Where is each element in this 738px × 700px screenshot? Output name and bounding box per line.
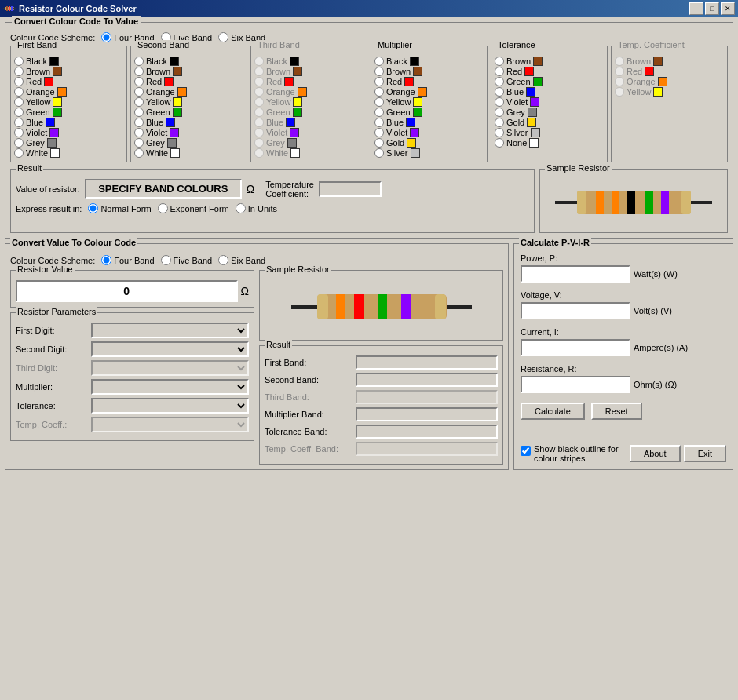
resistance-input[interactable] [521,376,630,393]
first-grey[interactable]: Grey [14,138,123,148]
bottom-four-band[interactable]: Four Band [101,255,154,265]
express-label: Express result in: [16,204,82,213]
second-blue[interactable]: Blue [134,118,243,127]
temp-coeff-display [319,181,382,197]
tol-gold[interactable]: Gold [495,118,604,127]
current-input[interactable] [521,339,630,356]
second-red[interactable]: Red [134,77,243,86]
six-band-radio[interactable] [218,32,228,42]
first-red[interactable]: Red [14,77,123,86]
second-digit-select[interactable] [91,341,249,357]
first-orange[interactable]: Orange [14,87,123,97]
second-grey[interactable]: Grey [134,138,243,148]
outline-checkbox[interactable] [521,446,531,456]
svg-rect-22 [354,294,364,319]
window-title: Resistor Colour Code Solver [19,4,137,13]
mult-blue[interactable]: Blue [374,118,484,127]
power-input[interactable] [521,265,630,283]
second-digit-label: Second Digit: [16,345,86,354]
voltage-unit: Volt(s) (V) [634,306,672,315]
bottom-four-band-radio[interactable] [101,255,111,265]
bottom-six-band[interactable]: Six Band [218,255,265,265]
first-blue[interactable]: Blue [14,118,123,127]
exit-button[interactable]: Exit [684,445,726,462]
result-display: SPECIFY BAND COLOURS [85,179,242,199]
resistor-value-input[interactable] [16,280,238,302]
omega-symbol: Ω [247,183,254,195]
svg-rect-19 [317,294,328,319]
bottom-five-band[interactable]: Five Band [161,255,213,265]
first-white[interactable]: White [14,148,123,158]
second-brown[interactable]: Brown [134,67,243,76]
current-unit: Ampere(s) (A) [634,343,688,352]
four-band-radio[interactable] [101,32,111,42]
second-black[interactable]: Black [134,57,243,66]
second-green[interactable]: Green [134,108,243,117]
svg-rect-17 [444,305,472,309]
temp-coeff-band-result-label: Temp. Coeff. Band: [265,444,351,454]
tolerance-title: Tolerance [496,40,537,49]
maximize-button[interactable]: □ [705,2,719,15]
resistance-unit: Ohm(s) (Ω) [634,380,677,389]
sample-resistor-top-group: Sample Resistor [539,169,728,233]
minimize-button[interactable]: — [689,2,703,15]
in-units-radio[interactable] [236,203,246,213]
mult-brown[interactable]: Brown [374,67,484,76]
tol-grey[interactable]: Grey [495,108,604,117]
normal-form-radio[interactable] [88,203,98,213]
in-units-option[interactable]: In Units [236,203,277,213]
close-button[interactable]: ✕ [721,2,735,15]
app-icon [3,2,16,15]
second-white[interactable]: White [134,148,243,158]
tol-blue[interactable]: Blue [495,87,604,97]
first-violet[interactable]: Violet [14,128,123,137]
tol-brown[interactable]: Brown [495,57,604,66]
tol-violet[interactable]: Violet [495,97,604,107]
mult-orange[interactable]: Orange [374,87,484,97]
first-black[interactable]: Black [14,57,123,66]
multiplier-select[interactable] [91,379,249,395]
tol-red[interactable]: Red [495,67,604,76]
voltage-input[interactable] [521,302,630,319]
tol-silver[interactable]: Silver [495,128,604,137]
resistor-display-top [546,179,721,226]
exponent-form-option[interactable]: Exponent Form [158,203,229,213]
mult-violet[interactable]: Violet [374,128,484,137]
first-green[interactable]: Green [14,108,123,117]
bottom-six-band-radio[interactable] [218,255,228,265]
tolerance-select[interactable] [91,398,249,414]
mult-silver[interactable]: Silver [374,148,484,158]
mult-yellow[interactable]: Yellow [374,97,484,107]
title-bar: Resistor Colour Code Solver — □ ✕ [0,0,738,17]
exponent-form-radio[interactable] [158,203,168,213]
resistor-omega: Ω [241,285,249,297]
pvir-group: Calculate P-V-I-R Power, P: Watt(s) (W) … [513,243,733,470]
first-brown[interactable]: Brown [14,67,123,76]
second-orange[interactable]: Orange [134,87,243,97]
reset-button[interactable]: Reset [591,403,642,420]
first-yellow[interactable]: Yellow [14,97,123,107]
first-digit-select[interactable] [91,323,249,338]
sample-resistor-bottom-svg [291,286,472,330]
bottom-scheme-label: Colour Code Scheme: [10,256,95,265]
second-yellow[interactable]: Yellow [134,97,243,107]
tol-none[interactable]: None [495,138,604,148]
second-violet[interactable]: Violet [134,128,243,137]
convert-to-value-title: Convert Colour Code To Value [12,16,141,26]
mult-green[interactable]: Green [374,108,484,117]
about-button[interactable]: About [630,445,681,462]
svg-rect-23 [378,294,387,319]
third-band-result [356,390,498,404]
normal-form-option[interactable]: Normal Form [88,203,151,213]
bottom-five-band-radio[interactable] [161,255,171,265]
calculate-button[interactable]: Calculate [521,403,585,420]
mult-gold[interactable]: Gold [374,138,484,148]
mult-red[interactable]: Red [374,77,484,86]
svg-rect-5 [11,6,13,11]
svg-rect-1 [3,8,5,9]
mult-black[interactable]: Black [374,57,484,66]
tol-green[interactable]: Green [495,77,604,86]
svg-rect-15 [661,191,669,214]
outline-checkbox-label[interactable]: Show black outline for colour stripes [521,444,630,463]
power-label: Power, P: [521,253,726,263]
